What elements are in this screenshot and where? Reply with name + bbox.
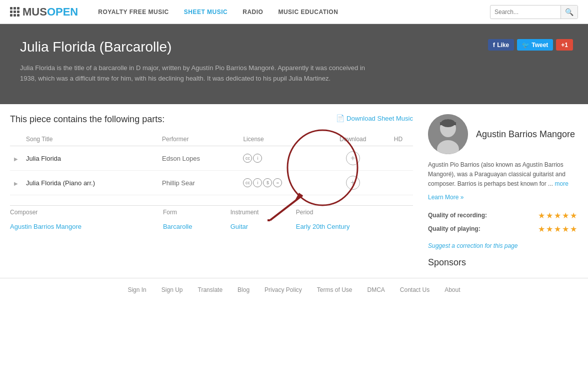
nav-sheet-music[interactable]: SHEET MUSIC xyxy=(184,9,228,16)
left-panel: 📄 Download Sheet Music This piece contai… xyxy=(10,114,413,268)
parts-header: 📄 Download Sheet Music This piece contai… xyxy=(10,114,413,133)
table-row: ▶ Julia Florida (Piano arr.) Phillip Sea… xyxy=(10,171,413,195)
svg-rect-8 xyxy=(440,122,456,125)
logo-mus-text: MUS xyxy=(22,6,47,19)
license-dollar-icon: $ xyxy=(263,178,272,187)
nav-royalty-free[interactable]: ROYALTY FREE MUSIC xyxy=(98,9,168,16)
download-button-1[interactable]: + xyxy=(346,151,360,165)
metadata-table: Composer Form Instrument Period Agustin … xyxy=(10,205,413,234)
license-icons-2: cc i $ = xyxy=(243,178,318,187)
form-link[interactable]: Barcarolle xyxy=(163,223,192,230)
song-title-1: Julia Florida xyxy=(22,146,158,171)
license-i-icon-2: i xyxy=(253,178,262,187)
th-download: Download xyxy=(322,133,384,146)
performer-1: Edson Lopes xyxy=(158,146,239,171)
hd-cell-1 xyxy=(384,146,413,171)
th-song-title: Song Title xyxy=(22,133,158,146)
ratings-section: Quality of recording: ★★★★★ Quality of p… xyxy=(428,211,578,234)
suggest-correction-link[interactable]: Suggest a correction for this page xyxy=(428,242,518,249)
download-icon: 📄 xyxy=(336,114,344,122)
hero-section: f Like 🐦 Tweet +1 Julia Florida (Barcaro… xyxy=(0,24,588,104)
bio-more-link[interactable]: more xyxy=(554,180,568,187)
search-box: 🔍 xyxy=(490,5,578,19)
avatar-image xyxy=(428,114,468,154)
period-link[interactable]: Early 20th Century xyxy=(296,223,350,230)
recording-quality-row: Quality of recording: ★★★★★ xyxy=(428,211,578,220)
facebook-like-button[interactable]: f Like xyxy=(488,39,514,51)
main-content: 📄 Download Sheet Music This piece contai… xyxy=(0,104,588,278)
license-eq-icon: = xyxy=(273,178,282,187)
twitter-icon: 🐦 xyxy=(522,42,530,49)
footer-blog[interactable]: Blog xyxy=(238,286,250,293)
annotation-container: Song Title Performer License Download HD… xyxy=(10,133,413,195)
composer-header: Agustin Barrios Mangore xyxy=(428,114,578,154)
hero-description: Julia Florida is the title of a barcarol… xyxy=(20,63,370,84)
search-input[interactable] xyxy=(490,9,560,16)
facebook-icon: f xyxy=(493,41,495,49)
composer-section: Agustin Barrios Mangore Agustín Pio Barr… xyxy=(428,114,578,201)
composer-name: Agustin Barrios Mangore xyxy=(476,129,575,140)
main-nav: ROYALTY FREE MUSIC SHEET MUSIC RADIO MUS… xyxy=(98,9,490,16)
gp-label: +1 xyxy=(561,42,568,49)
playing-label: Quality of playing: xyxy=(428,225,480,232)
th-play xyxy=(10,133,22,146)
right-panel: Agustin Barrios Mangore Agustín Pio Barr… xyxy=(428,114,578,268)
logo[interactable]: MUSOPEN xyxy=(10,6,78,19)
sponsors-title: Sponsors xyxy=(428,257,578,268)
composer-link[interactable]: Agustin Barrios Mangore xyxy=(10,223,82,230)
fb-label: Like xyxy=(497,42,509,49)
social-buttons: f Like 🐦 Tweet +1 xyxy=(488,39,573,51)
footer-translate[interactable]: Translate xyxy=(198,286,223,293)
recording-stars: ★★★★★ xyxy=(538,211,578,220)
th-license: License xyxy=(239,133,322,146)
learn-more-link[interactable]: Learn More » xyxy=(428,194,464,201)
footer-contact[interactable]: Contact Us xyxy=(400,286,430,293)
footer-terms[interactable]: Terms of Use xyxy=(317,286,352,293)
playing-stars: ★★★★★ xyxy=(538,224,578,234)
nav-radio[interactable]: RADIO xyxy=(242,9,263,16)
license-cc-icon-2: cc xyxy=(243,178,252,187)
twitter-tweet-button[interactable]: 🐦 Tweet xyxy=(517,39,553,51)
meta-th-period: Period xyxy=(296,206,413,219)
license-icons-1: cc i xyxy=(243,154,318,163)
avatar xyxy=(428,114,468,154)
play-button-2[interactable]: ▶ xyxy=(14,181,18,186)
footer: Sign In Sign Up Translate Blog Privacy P… xyxy=(0,278,588,301)
nav-music-education[interactable]: MUSIC EDUCATION xyxy=(278,9,338,16)
hd-cell-2 xyxy=(384,171,413,195)
meta-th-form: Form xyxy=(163,206,230,219)
download-link-label: Download Sheet Music xyxy=(346,115,413,122)
footer-dmca[interactable]: DMCA xyxy=(367,286,384,293)
play-button-1[interactable]: ▶ xyxy=(14,156,18,162)
instrument-link[interactable]: Guitar xyxy=(230,223,248,230)
footer-sign-up[interactable]: Sign Up xyxy=(162,286,183,293)
recording-label: Quality of recording: xyxy=(428,212,487,219)
playing-quality-row: Quality of playing: ★★★★★ xyxy=(428,224,578,234)
download-button-2[interactable]: + xyxy=(346,176,360,190)
song-title-2: Julia Florida (Piano arr.) xyxy=(22,171,158,195)
page-title: Julia Florida (Barcarolle) xyxy=(20,39,568,55)
header: MUSOPEN ROYALTY FREE MUSIC SHEET MUSIC R… xyxy=(0,0,588,24)
logo-grid-icon xyxy=(10,7,20,17)
meta-th-composer: Composer xyxy=(10,206,163,219)
footer-about[interactable]: About xyxy=(444,286,460,293)
license-cc-icon: cc xyxy=(243,154,252,163)
license-i-icon: i xyxy=(253,154,262,163)
meta-th-instrument: Instrument xyxy=(230,206,296,219)
th-performer: Performer xyxy=(158,133,239,146)
google-plus-button[interactable]: +1 xyxy=(556,39,573,51)
footer-sign-in[interactable]: Sign In xyxy=(128,286,146,293)
composer-bio: Agustín Pio Barrios (also known as Agust… xyxy=(428,160,578,189)
footer-privacy[interactable]: Privacy Policy xyxy=(264,286,302,293)
th-hd: HD xyxy=(384,133,413,146)
search-button[interactable]: 🔍 xyxy=(560,6,578,19)
table-row: ▶ Julia Florida Edson Lopes cc i + xyxy=(10,146,413,171)
music-parts-table: Song Title Performer License Download HD… xyxy=(10,133,413,195)
tw-label: Tweet xyxy=(532,42,548,49)
download-sheet-music-link[interactable]: 📄 Download Sheet Music xyxy=(336,114,413,122)
performer-2: Phillip Sear xyxy=(158,171,239,195)
logo-open-text: OPEN xyxy=(47,6,78,19)
